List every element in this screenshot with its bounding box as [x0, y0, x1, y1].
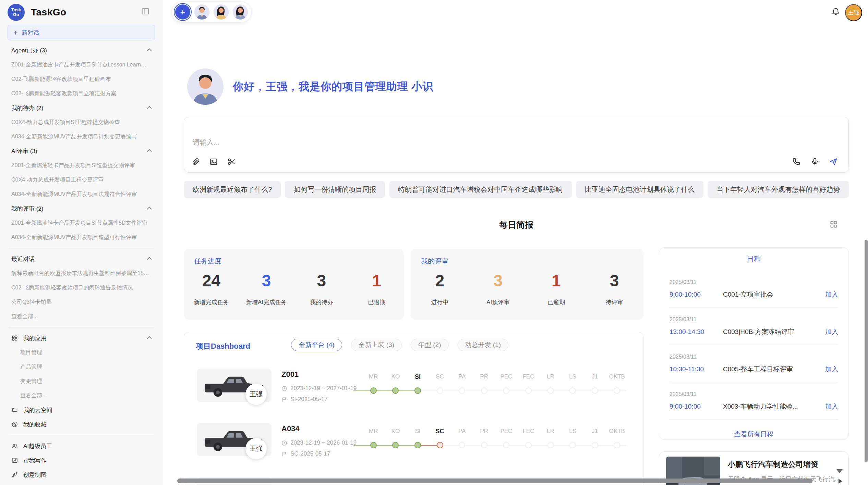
join-meeting-link[interactable]: 加入	[825, 290, 838, 299]
agent-avatar-2[interactable]	[214, 4, 229, 20]
join-meeting-link[interactable]: 加入	[825, 402, 838, 411]
scroll-right-arrow-icon[interactable]	[839, 479, 842, 484]
schedule-event-title: C001-立项审批会	[723, 290, 825, 299]
section-header-recent-chats[interactable]: 最近对话	[8, 252, 155, 266]
daily-briefing-title: 每日简报	[184, 218, 849, 232]
daily-briefing-header: 每日简报	[184, 218, 849, 232]
image-upload-icon[interactable]	[209, 157, 218, 167]
tab-new-platform[interactable]: 全新平台 (4)	[291, 339, 342, 351]
notifications-bell-icon[interactable]	[831, 7, 841, 17]
main-area: + 王强 你好，王强，我是你的项目管理助理 小识	[164, 0, 868, 485]
sidebar-item[interactable]: A034-全新新能源MUV产品开发项目造型可行性评审	[8, 230, 155, 245]
tab-new-body[interactable]: 全新上装 (3)	[351, 339, 402, 351]
sidebar-item[interactable]: C02-飞腾新能源轻客改款项目立项汇报方案	[8, 86, 155, 101]
section-title: 我的待办 (2)	[11, 104, 44, 112]
suggestion-chip[interactable]: 特朗普可能对进口汽车增税会对中国车企造成哪些影响	[389, 181, 572, 198]
chevron-up-icon	[147, 207, 152, 211]
recent-chat-item[interactable]: 解释最新出台的欧盟报废车法规再生塑料比例被调至15%...	[8, 266, 155, 281]
favorites-label: 我的收藏	[23, 421, 152, 428]
app-logo-text-top: Task	[11, 8, 21, 12]
project-milestone-label: SC-2025-05-17	[290, 450, 330, 457]
my-review-title: 我的评审	[421, 257, 448, 266]
recent-chat-item[interactable]: C02-飞腾新能源轻客改款项目的闭环通告反馈情况	[8, 281, 155, 295]
new-session-button[interactable]: +	[175, 4, 190, 20]
sidebar-item-creative-drawing[interactable]: 创意制图	[8, 468, 155, 482]
creative-drawing-label: 创意制图	[23, 471, 152, 479]
schedule-date: 2025/03/11	[670, 391, 838, 397]
milestone-node-done	[414, 387, 421, 394]
project-milestone: SC-2025-05-17	[281, 450, 330, 457]
cloud-space-label: 我的云空间	[23, 406, 152, 414]
apps-view-all[interactable]: 查看全部...	[8, 388, 155, 403]
milestone-node	[481, 442, 487, 448]
recent-chats-view-all[interactable]: 查看全部...	[8, 309, 155, 324]
sidebar-item[interactable]: A034-全新新能源MUV产品开发项目法规符合性评审	[8, 187, 155, 201]
stat-label: 新增AI完成任务	[239, 298, 294, 306]
section-header-agent-done[interactable]: Agent已办 (3)	[8, 43, 155, 58]
milestone: MR	[362, 373, 385, 394]
stat-my-todo: 3 我的待办	[294, 271, 349, 306]
sidebar-item[interactable]: C0X4-动力总成开发项目工程变更评审	[8, 173, 155, 187]
project-code: A034	[281, 424, 300, 433]
sidebar-item-help-me-write[interactable]: 帮我写作	[8, 453, 155, 468]
owner-name: 王强	[250, 444, 263, 453]
phone-icon[interactable]	[792, 157, 801, 167]
stat-value: 1	[527, 271, 586, 291]
sidebar-item[interactable]: C02-飞腾新能源轻客改款项目里程碑画布	[8, 72, 155, 86]
app-link-change-mgmt[interactable]: 变更管理	[8, 374, 155, 388]
app-link-project-mgmt[interactable]: 项目管理	[8, 345, 155, 360]
milestone-node-done	[392, 442, 399, 448]
tab-model-year[interactable]: 年型 (2)	[411, 339, 449, 351]
scissors-icon[interactable]	[227, 157, 236, 167]
suggestion-chip[interactable]: 比亚迪全固态电池计划具体说了什么	[576, 181, 703, 198]
sidebar-item-cloud-space[interactable]: 我的云空间	[8, 403, 155, 417]
suggestion-chip[interactable]: 欧洲新规最近颁布了什么?	[184, 181, 281, 198]
chat-input[interactable]	[193, 138, 604, 146]
sidebar-item[interactable]: Z001-全新燃油皮卡产品开发项目SI节点Lesson Learn报告	[8, 58, 155, 72]
recent-chat-item[interactable]: 公司Q3轻卡销量	[8, 295, 155, 309]
section-header-my-review[interactable]: 我的评审 (2)	[8, 201, 155, 216]
sidebar-item-ai-staff[interactable]: AI超级员工	[8, 439, 155, 453]
milestone-node	[569, 387, 576, 394]
project-milestone: SI-2025-05-17	[281, 396, 328, 403]
stat-label: 待评审	[585, 298, 643, 306]
project-dashboard-title: 项目Dashboard	[196, 341, 250, 351]
stat-review-overdue: 1 已逾期	[527, 271, 586, 306]
view-all-schedule-link[interactable]: 查看所有日程	[670, 430, 838, 439]
milestone-node	[592, 442, 598, 448]
milestone-node	[614, 442, 620, 448]
paperclip-icon[interactable]	[191, 157, 201, 167]
join-meeting-link[interactable]: 加入	[825, 327, 838, 336]
suggestion-chip[interactable]: 当下年轻人对汽车外观有怎样的喜好趋势	[708, 181, 849, 198]
vertical-scrollbar-thumb[interactable]	[865, 240, 868, 462]
sidebar-item[interactable]: C0X4-动力总成开发项目SI里程碑提交物检查	[8, 115, 155, 129]
microphone-icon[interactable]	[810, 157, 820, 167]
sidebar-item[interactable]: Z001-全新燃油轻卡产品开发项目SI节点属性5D文件评审	[8, 216, 155, 230]
app-link-product-mgmt[interactable]: 产品管理	[8, 360, 155, 374]
sidebar-item[interactable]: Z001-全新燃油轻卡产品开发项目SI造型提交物评审	[8, 158, 155, 173]
agent-avatar-1[interactable]	[194, 4, 209, 20]
suggestion-chip[interactable]: 如何写一份清晰的项目周报	[285, 181, 385, 198]
sidebar-item-favorites[interactable]: 我的收藏	[8, 417, 155, 432]
sidebar-item-my-apps[interactable]: 我的应用	[8, 331, 155, 345]
flag-icon	[281, 397, 287, 402]
owner-name: 王强	[250, 390, 263, 399]
milestone: PR	[473, 373, 495, 394]
sidebar-item[interactable]: A034-全新新能源MUV产品开发项目计划变更表编写	[8, 129, 155, 144]
scroll-down-arrow-icon[interactable]	[836, 469, 843, 473]
milestone-node	[503, 442, 509, 448]
greeting-text: 你好，王强，我是你的项目管理助理 小识	[233, 69, 434, 105]
send-icon[interactable]	[829, 157, 838, 167]
join-meeting-link[interactable]: 加入	[825, 365, 838, 374]
horizontal-scrollbar-thumb[interactable]	[177, 478, 812, 483]
agent-avatar-3[interactable]	[233, 4, 248, 20]
new-chat-button[interactable]: + 新对话	[8, 25, 155, 40]
project-dates: 2023-12-19 ~ 2026-01-19	[281, 439, 357, 446]
section-header-ai-review[interactable]: AI评审 (3)	[8, 144, 155, 158]
schedule-item: 2025/03/11 9:00-10:00 C001-立项审批会 加入	[670, 270, 838, 308]
sidebar-collapse-icon[interactable]	[140, 7, 150, 16]
user-avatar[interactable]: 王强	[845, 4, 862, 21]
tab-powertrain[interactable]: 动总开发 (1)	[458, 339, 509, 351]
layout-grid-icon[interactable]	[829, 220, 839, 229]
section-header-my-todo[interactable]: 我的待办 (2)	[8, 101, 155, 115]
